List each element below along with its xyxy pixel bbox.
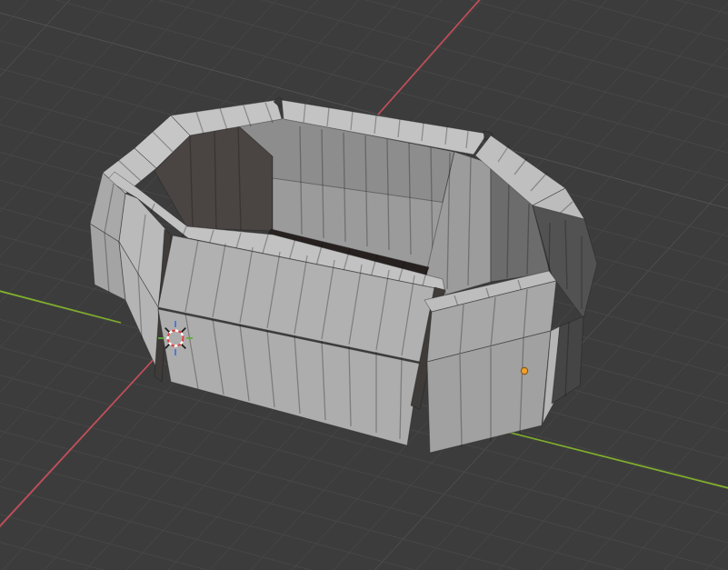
blender-3d-viewport[interactable] [0,0,728,570]
viewport-canvas[interactable] [0,0,728,570]
y-axis-line [0,290,121,323]
mesh-object[interactable] [90,97,597,453]
grid-line [0,0,728,1]
grid-line [0,452,728,570]
grid-line [0,0,728,23]
grid-line [0,0,728,90]
y-axis-line [489,427,728,489]
grid-line [0,542,728,570]
grid-line [0,475,728,570]
object-origin-dot[interactable] [521,367,527,374]
grid-line [0,0,728,67]
grid-line [0,0,728,45]
grid-line [0,497,728,570]
grid-line [0,430,728,570]
x-axis-line [0,356,156,531]
